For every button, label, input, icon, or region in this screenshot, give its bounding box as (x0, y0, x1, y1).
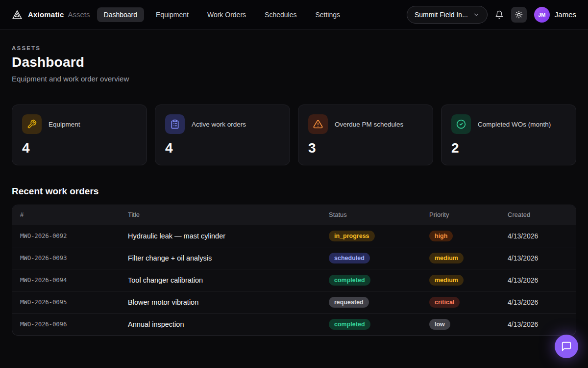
user-menu[interactable]: JM James (534, 7, 576, 23)
wo-id: MWO-2026-0093 (12, 247, 120, 269)
table-row[interactable]: MWO-2026-0095 Blower motor vibration req… (12, 291, 576, 313)
table-row[interactable]: MWO-2026-0096 Annual inspection complete… (12, 313, 576, 335)
logo-triangle-icon (12, 9, 23, 20)
wo-created: 4/13/2026 (500, 291, 576, 313)
user-name: James (555, 10, 576, 19)
recent-work-orders-heading: Recent work orders (12, 186, 576, 197)
wo-title: Annual inspection (120, 313, 321, 335)
theme-toggle-button[interactable] (511, 7, 527, 23)
priority-badge: critical (429, 297, 460, 308)
stat-value: 4 (22, 140, 137, 156)
chat-bubble-icon (561, 341, 572, 352)
stat-card-completed-wos: Completed WOs (month) 2 (441, 105, 576, 165)
wo-id: MWO-2026-0092 (12, 225, 120, 247)
stat-card-active-work-orders: Active work orders 4 (155, 105, 290, 165)
table-row[interactable]: MWO-2026-0092 Hydraulic leak — mast cyli… (12, 225, 576, 247)
check-circle-icon (451, 114, 471, 134)
stat-label: Active work orders (192, 121, 246, 128)
chat-fab-button[interactable] (555, 335, 578, 358)
clipboard-icon (165, 114, 185, 134)
wo-id: MWO-2026-0094 (12, 269, 120, 291)
chevron-down-icon (473, 11, 480, 18)
column-header-created: Created (500, 205, 576, 225)
stat-label: Overdue PM schedules (335, 121, 403, 128)
priority-badge: medium (429, 253, 464, 263)
nav-item-dashboard[interactable]: Dashboard (97, 7, 145, 22)
stat-card-equipment: Equipment 4 (12, 105, 147, 165)
nav-item-settings[interactable]: Settings (308, 7, 347, 22)
stat-label: Completed WOs (month) (478, 121, 551, 128)
bell-icon (495, 10, 504, 19)
wo-id: MWO-2026-0096 (12, 313, 120, 335)
wo-created: 4/13/2026 (500, 247, 576, 269)
column-header-priority: Priority (421, 205, 500, 225)
stat-value: 3 (308, 140, 423, 156)
column-header-id: # (12, 205, 120, 225)
alert-triangle-icon (308, 114, 328, 134)
stat-cards: Equipment 4 Active work orders 4 (12, 105, 576, 165)
topbar-right: Summit Field In... JM James (407, 6, 576, 24)
nav-item-work-orders[interactable]: Work Orders (200, 7, 253, 22)
wo-created: 4/13/2026 (500, 313, 576, 335)
page-title: Dashboard (12, 54, 576, 70)
priority-badge: high (429, 231, 453, 241)
wo-title: Tool changer calibration (120, 269, 321, 291)
stat-value: 4 (165, 140, 280, 156)
wo-title: Filter change + oil analysis (120, 247, 321, 269)
stat-label: Equipment (49, 121, 80, 128)
wo-created: 4/13/2026 (500, 269, 576, 291)
main-nav: Dashboard Equipment Work Orders Schedule… (97, 7, 347, 22)
wo-title: Blower motor vibration (120, 291, 321, 313)
sun-icon (515, 11, 523, 19)
brand-name: Axiomatic (28, 10, 64, 19)
table-row[interactable]: MWO-2026-0094 Tool changer calibration c… (12, 269, 576, 291)
top-navbar: Axiomatic Assets Dashboard Equipment Wor… (0, 0, 588, 29)
status-badge: requested (329, 297, 369, 308)
priority-badge: medium (429, 275, 464, 286)
status-badge: in_progress (329, 231, 375, 241)
main-content: ASSETS Dashboard Equipment and work orde… (0, 45, 588, 336)
status-badge: scheduled (329, 253, 370, 263)
org-selector-value: Summit Field In... (415, 11, 468, 19)
page-subtitle: Equipment and work order overview (12, 75, 576, 83)
table-header-row: # Title Status Priority Created (12, 205, 576, 225)
org-selector[interactable]: Summit Field In... (407, 6, 488, 24)
stat-value: 2 (451, 140, 566, 156)
notifications-button[interactable] (495, 10, 504, 19)
column-header-status: Status (321, 205, 421, 225)
wrench-icon (22, 114, 42, 134)
status-badge: completed (329, 275, 370, 286)
brand: Axiomatic Assets (12, 9, 90, 20)
priority-badge: low (429, 319, 450, 330)
page-eyebrow: ASSETS (12, 45, 576, 51)
wo-created: 4/13/2026 (500, 225, 576, 247)
stat-card-overdue-pm: Overdue PM schedules 3 (298, 105, 433, 165)
nav-item-schedules[interactable]: Schedules (258, 7, 303, 22)
brand-suffix: Assets (68, 10, 90, 19)
status-badge: completed (329, 319, 370, 330)
work-orders-table: # Title Status Priority Created MWO-2026… (12, 205, 576, 336)
table-row[interactable]: MWO-2026-0093 Filter change + oil analys… (12, 247, 576, 269)
nav-item-equipment[interactable]: Equipment (149, 7, 196, 22)
wo-id: MWO-2026-0095 (12, 291, 120, 313)
avatar: JM (534, 7, 550, 23)
column-header-title: Title (120, 205, 321, 225)
wo-title: Hydraulic leak — mast cylinder (120, 225, 321, 247)
